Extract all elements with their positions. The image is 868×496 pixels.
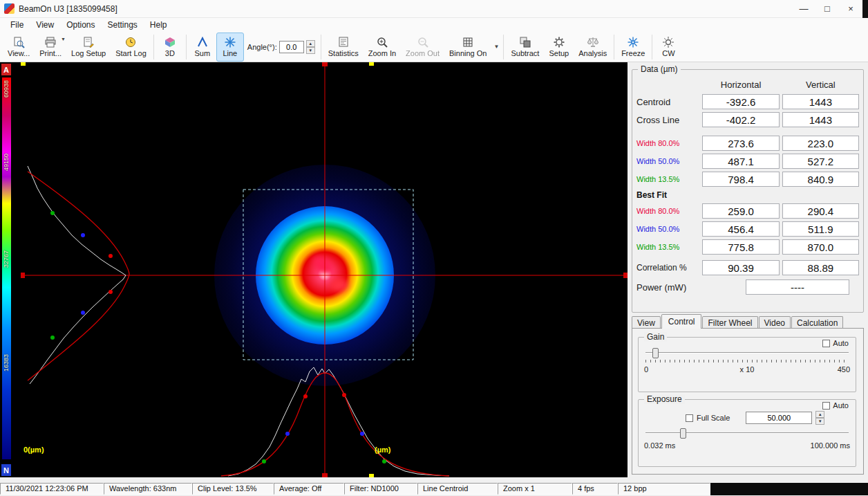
tab-control[interactable]: Control bbox=[661, 314, 702, 329]
table-row: Width 50.0% 487.1 527.2 bbox=[636, 152, 859, 170]
table-row: Correlation % 90.39 88.89 bbox=[636, 259, 859, 277]
line-button[interactable]: Line bbox=[216, 33, 244, 62]
fit-width-80-horizontal-value: 259.0 bbox=[702, 203, 779, 219]
close-button[interactable]: × bbox=[839, 0, 862, 17]
centroid-vertical-value: 1443 bbox=[782, 94, 859, 109]
angle-control: Angle(°): ▲ ▼ bbox=[244, 40, 319, 54]
menu-options[interactable]: Options bbox=[60, 19, 101, 31]
subtract-button[interactable]: Subtract bbox=[506, 33, 544, 62]
full-scale-checkbox[interactable] bbox=[686, 414, 693, 422]
log-setup-label: Log Setup bbox=[71, 49, 106, 57]
statusbar: 11/30/2021 12:23:06 PM Wavelength: 633nm… bbox=[0, 483, 868, 495]
cross-line-horizontal-value: -402.2 bbox=[702, 112, 779, 127]
subtract-label: Subtract bbox=[511, 49, 539, 57]
menu-view[interactable]: View bbox=[30, 19, 60, 31]
toolbar: View... ▼ Print... Log Setup Start Log 3… bbox=[0, 32, 868, 62]
status-datetime: 11/30/2021 12:23:06 PM bbox=[0, 483, 104, 495]
status-empty-area bbox=[710, 483, 868, 495]
toolbar-separator bbox=[652, 35, 652, 59]
fit-width-13-horizontal-value: 775.8 bbox=[702, 239, 779, 255]
sum-button[interactable]: Sum bbox=[189, 33, 216, 62]
best-fit-section-label: Best Fit bbox=[636, 188, 859, 202]
row-label-width-13: Width 13.5% bbox=[636, 175, 702, 183]
colorbar-tick: 32767 bbox=[3, 250, 10, 268]
origin-axis-label: 0(µm) bbox=[23, 446, 44, 454]
exposure-min-label: 0.032 ms bbox=[644, 441, 675, 450]
analysis-button[interactable]: Analysis bbox=[574, 33, 612, 62]
correlation-horizontal-value: 90.39 bbox=[702, 260, 779, 275]
width-50-vertical-value: 527.2 bbox=[782, 154, 859, 169]
horizontal-profile bbox=[221, 367, 449, 476]
angle-down-icon[interactable]: ▼ bbox=[306, 47, 315, 54]
row-label-width-50: Width 50.0% bbox=[636, 157, 702, 165]
crosshair[interactable] bbox=[21, 62, 628, 477]
binning-button[interactable]: Binning On bbox=[444, 33, 491, 62]
print-label: Print... bbox=[39, 49, 62, 57]
analysis-label: Analysis bbox=[578, 49, 607, 57]
print-icon bbox=[44, 36, 57, 48]
table-row: Centroid -392.6 1443 bbox=[636, 93, 859, 111]
view-icon bbox=[12, 36, 25, 48]
gear-icon bbox=[553, 36, 565, 48]
cursor-n-marker[interactable]: N bbox=[1, 464, 11, 476]
view-button[interactable]: View... bbox=[3, 33, 35, 62]
exposure-up-icon[interactable]: ▲ bbox=[815, 411, 824, 418]
control-tab-page: Gain Auto 0 x 10 450 Exposure Auto bbox=[632, 328, 864, 475]
binning-dropdown-icon[interactable]: ▼ bbox=[491, 33, 501, 62]
setup-button[interactable]: Setup bbox=[544, 33, 574, 62]
exposure-auto-checkbox[interactable] bbox=[822, 402, 830, 410]
status-filter: Filter: ND1000 bbox=[344, 483, 417, 495]
menu-settings[interactable]: Settings bbox=[102, 19, 144, 31]
column-header-horizontal: Horizontal bbox=[702, 80, 779, 90]
angle-input[interactable] bbox=[279, 41, 304, 53]
minimize-button[interactable]: — bbox=[792, 0, 815, 17]
colorbar-tick: 60938 bbox=[3, 80, 10, 98]
status-fps: 4 fps bbox=[572, 483, 618, 495]
menu-file[interactable]: File bbox=[4, 19, 30, 31]
sum-label: Sum bbox=[195, 49, 211, 57]
status-line-centroid: Line Centroid bbox=[417, 483, 498, 495]
freeze-button[interactable]: Freeze bbox=[616, 33, 650, 62]
gain-slider[interactable] bbox=[644, 347, 850, 358]
app-icon bbox=[4, 3, 15, 14]
status-wavelength: Wavelength: 633nm bbox=[104, 483, 192, 495]
statistics-label: Statistics bbox=[328, 49, 359, 57]
exposure-group-title: Exposure bbox=[644, 394, 685, 404]
zoom-in-button[interactable]: Zoom In bbox=[364, 33, 401, 62]
line-mode-icon bbox=[224, 36, 236, 48]
table-row: Width 13.5% 775.8 870.0 bbox=[636, 238, 859, 256]
exposure-slider-thumb[interactable] bbox=[680, 428, 686, 439]
exposure-down-icon[interactable]: ▼ bbox=[815, 418, 824, 425]
gain-auto-checkbox[interactable] bbox=[822, 340, 830, 347]
status-clip-level: Clip Level: 13.5% bbox=[192, 483, 274, 495]
toolbar-separator bbox=[321, 35, 321, 59]
print-dropdown-icon[interactable]: ▼ bbox=[61, 37, 66, 42]
beam-canvas[interactable]: 0(µm) (µm) bbox=[21, 62, 628, 477]
exposure-auto-label: Auto bbox=[833, 401, 849, 410]
fit-row-label-width-80: Width 80.0% bbox=[636, 207, 702, 215]
start-log-button[interactable]: Start Log bbox=[111, 33, 151, 62]
angle-up-icon[interactable]: ▲ bbox=[306, 40, 315, 47]
cursor-a-marker[interactable]: A bbox=[1, 64, 11, 75]
gain-slider-thumb[interactable] bbox=[652, 348, 659, 358]
intensity-colorbar: 60938 49150 32767 16383 bbox=[2, 77, 11, 459]
roi-rectangle[interactable] bbox=[243, 190, 413, 360]
maximize-button[interactable]: □ bbox=[815, 0, 839, 17]
statistics-button[interactable]: Statistics bbox=[323, 33, 364, 62]
gain-group: Gain Auto 0 x 10 450 bbox=[638, 337, 856, 392]
table-row: Cross Line -402.2 1443 bbox=[636, 111, 859, 129]
cw-button[interactable]: CW bbox=[654, 33, 682, 62]
3d-button[interactable]: 3D bbox=[156, 33, 184, 62]
data-group: Data (µm) Horizontal Vertical Centroid -… bbox=[632, 69, 864, 313]
sum-icon bbox=[196, 36, 209, 48]
exposure-value-input[interactable] bbox=[746, 412, 812, 424]
beam-display-region: A 60938 49150 32767 16383 N bbox=[0, 62, 628, 477]
menu-help[interactable]: Help bbox=[144, 19, 173, 31]
row-label-centroid: Centroid bbox=[636, 97, 702, 107]
print-button[interactable]: ▼ Print... bbox=[35, 33, 66, 62]
gain-multiplier-label: x 10 bbox=[644, 365, 850, 374]
log-setup-button[interactable]: Log Setup bbox=[66, 33, 111, 62]
fit-row-label-width-50: Width 50.0% bbox=[636, 225, 702, 233]
exposure-slider[interactable] bbox=[644, 428, 850, 439]
beam-overlay bbox=[21, 62, 628, 477]
